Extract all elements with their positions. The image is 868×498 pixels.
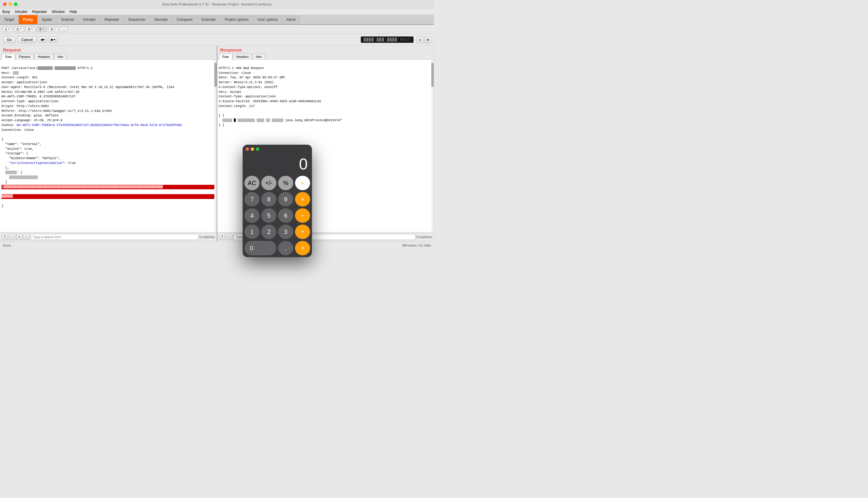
forward-nav-button[interactable]: ▶ ▾ <box>49 37 57 43</box>
calc-key-ac[interactable]: AC <box>244 176 259 190</box>
subtab-more[interactable]: ... <box>60 27 68 32</box>
tab-spider[interactable]: Spider <box>38 15 57 24</box>
calc-keypad: AC +/- % ÷ 7 8 9 × 4 5 6 − 1 2 3 + 0 . = <box>243 174 312 249</box>
calc-key-0[interactable]: 0 <box>244 241 276 249</box>
calc-key-5[interactable]: 5 <box>261 208 276 223</box>
calc-maximize-button[interactable] <box>256 147 259 151</box>
search-prev-button[interactable]: ‹ <box>9 234 15 240</box>
calc-key-plusminus[interactable]: +/- <box>261 176 276 190</box>
close-subtab-1-icon[interactable]: × <box>8 27 10 31</box>
subtab-6[interactable]: 6 × <box>48 27 58 32</box>
calc-key-plus[interactable]: + <box>295 225 310 239</box>
subtabbar: 1 × 3 × 4 × 5 × 6 × ... <box>0 25 434 34</box>
request-title: Request <box>0 46 217 53</box>
back-icon: ◀ <box>40 38 43 42</box>
response-search-help-button[interactable]: ? <box>219 234 225 240</box>
tab-decoder[interactable]: Decoder <box>150 15 172 24</box>
close-subtab-3-icon[interactable]: × <box>19 27 22 31</box>
forward-dropdown-icon: ▾ <box>54 38 55 42</box>
forward-icon: ▶ <box>51 38 53 42</box>
status-text: Done <box>3 244 11 247</box>
request-tab-headers[interactable]: Headers <box>35 54 54 60</box>
close-subtab-4-icon[interactable]: × <box>31 27 33 31</box>
calc-key-1[interactable]: 1 <box>244 225 259 239</box>
target-display: ████ ███ ████ POST <box>361 37 414 43</box>
request-search-matches: 0 matches <box>200 235 215 239</box>
menu-burp[interactable]: Burp <box>2 10 10 14</box>
search-go-button[interactable]: › <box>24 234 29 240</box>
cancel-button[interactable]: Cancel <box>17 37 37 43</box>
minimize-button[interactable] <box>9 2 12 6</box>
toolbar-action-icons: ⎙ ⊞ <box>416 37 431 43</box>
tab-alerts[interactable]: Alerts <box>282 15 300 24</box>
calc-key-percent[interactable]: % <box>278 176 293 190</box>
calc-minimize-button[interactable] <box>251 147 254 151</box>
tab-user-options[interactable]: User options <box>253 15 282 24</box>
tab-sequencer[interactable]: Sequencer <box>124 15 150 24</box>
calc-key-decimal[interactable]: . <box>278 241 293 249</box>
request-panel: Request Raw Params Headers Hex POST /ser… <box>0 46 217 241</box>
maximize-button[interactable] <box>14 2 17 6</box>
response-tab-raw[interactable]: Raw <box>219 54 232 60</box>
calc-key-6[interactable]: 6 <box>278 208 293 223</box>
calc-key-9[interactable]: 9 <box>278 192 293 207</box>
close-button[interactable] <box>3 2 6 6</box>
calc-number: 0 <box>248 156 307 173</box>
response-tab-headers[interactable]: Headers <box>233 54 252 60</box>
app-title: Burp Suite Professional v1.7.32 - Tempor… <box>162 2 272 6</box>
main-content: Request Raw Params Headers Hex POST /ser… <box>0 46 434 241</box>
menu-window[interactable]: Window <box>52 10 65 14</box>
tab-intruder[interactable]: Intruder <box>79 15 100 24</box>
request-tab-params[interactable]: Params <box>16 54 34 60</box>
request-tab-hex[interactable]: Hex <box>54 54 67 60</box>
calc-key-equals[interactable]: = <box>295 241 310 249</box>
request-content[interactable]: POST /service/rest/████████ ███████████ … <box>0 60 217 232</box>
titlebar: Burp Suite Professional v1.7.32 - Tempor… <box>0 0 434 9</box>
calc-key-2[interactable]: 2 <box>261 225 276 239</box>
calc-key-multiply[interactable]: × <box>295 192 310 207</box>
tab-comparer[interactable]: Comparer <box>172 15 197 24</box>
tab-repeater[interactable]: Repeater <box>100 15 123 24</box>
tab-target[interactable]: Target <box>0 15 19 24</box>
status-info: 388 bytes | 31 millis <box>402 244 431 247</box>
calc-key-4[interactable]: 4 <box>244 208 259 223</box>
calc-key-minus[interactable]: − <box>295 208 310 223</box>
request-search-input[interactable] <box>31 234 198 240</box>
subtab-4[interactable]: 4 × <box>25 27 36 32</box>
tabbar: Target Proxy Spider Scanner Intruder Rep… <box>0 15 434 25</box>
titlebar-buttons <box>3 2 17 6</box>
response-search-prev-button[interactable]: ‹ <box>226 234 232 240</box>
tab-proxy[interactable]: Proxy <box>19 15 37 24</box>
subtab-5[interactable]: 5 × <box>37 27 47 32</box>
calc-titlebar <box>243 145 312 153</box>
menu-help[interactable]: Help <box>70 10 77 14</box>
search-help-button[interactable]: ? <box>2 234 8 240</box>
search-next-button[interactable]: + <box>16 234 22 240</box>
response-tab-hex[interactable]: Hex <box>253 54 265 60</box>
statusbar: Done 388 bytes | 31 millis <box>0 241 434 249</box>
back-dropdown-icon: ▾ <box>43 38 45 42</box>
menu-intruder[interactable]: Intruder <box>15 10 27 14</box>
layout-icon[interactable]: ⊞ <box>424 37 431 43</box>
calc-close-button[interactable] <box>246 147 249 151</box>
calc-display: 0 <box>243 153 312 174</box>
menu-repeater[interactable]: Repeater <box>32 10 47 14</box>
calc-key-8[interactable]: 8 <box>261 192 276 207</box>
calc-key-3[interactable]: 3 <box>278 225 293 239</box>
calc-key-7[interactable]: 7 <box>244 192 259 207</box>
request-tab-raw[interactable]: Raw <box>2 54 15 60</box>
close-subtab-6-icon[interactable]: × <box>54 27 56 31</box>
tab-project-options[interactable]: Project options <box>221 15 253 24</box>
request-search-bar: ? ‹ + › 0 matches <box>0 232 217 241</box>
subtab-3[interactable]: 3 × <box>14 27 24 32</box>
go-button[interactable]: Go <box>3 37 16 43</box>
send-icon[interactable]: ⎙ <box>416 37 423 43</box>
close-subtab-5-icon[interactable]: × <box>42 27 44 31</box>
back-nav-button[interactable]: ◀ ▾ <box>38 37 47 43</box>
response-title: Response <box>217 46 434 53</box>
menubar: Burp Intruder Repeater Window Help <box>0 9 434 15</box>
calc-key-divide[interactable]: ÷ <box>295 176 310 190</box>
tab-scanner[interactable]: Scanner <box>57 15 79 24</box>
tab-extender[interactable]: Extender <box>197 15 221 24</box>
subtab-1[interactable]: 1 × <box>2 27 13 32</box>
